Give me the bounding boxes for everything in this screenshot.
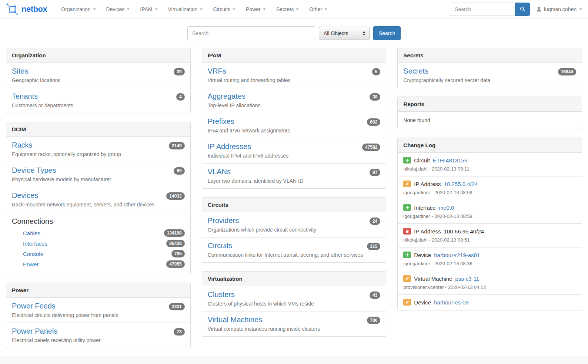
user-menu[interactable]: luqman.cohen [537, 6, 582, 12]
link-aggregates[interactable]: Aggregates [208, 92, 245, 100]
nav-item-secrets[interactable]: Secrets [271, 0, 304, 18]
nav-item-other[interactable]: Other [304, 0, 333, 18]
count-badge: 2231 [169, 303, 185, 310]
link-cables[interactable]: Cables [23, 230, 40, 236]
changelog-object-link[interactable]: harbour-r219-as01 [434, 252, 480, 258]
changelog-meta: nikolaj.dahl - 2020-02-13 08:51 [403, 237, 576, 243]
link-tenants[interactable]: Tenants [12, 92, 38, 100]
nav-item-circuits[interactable]: Circuits [208, 0, 241, 18]
link-power-feeds[interactable]: Power Feeds [12, 302, 56, 310]
count-badge: 602 [367, 118, 380, 126]
main-menu: Organization Devices IPAM Virtualization… [56, 0, 450, 18]
panel-title: Virtualization [202, 272, 386, 286]
changelog-object-link[interactable]: ETH-4813156 [433, 157, 467, 164]
list-item: 16844 Secrets Cryptographically secured … [398, 63, 582, 88]
changelog-object-link[interactable]: harbour-cs-03 [434, 299, 468, 306]
list-item: 47582 IP Addresses Individual IPv4 and I… [202, 138, 386, 163]
count-badge: 24 [370, 218, 380, 225]
link-sites[interactable]: Sites [12, 67, 28, 75]
link-power-panels[interactable]: Power Panels [12, 327, 57, 335]
changelog-entry: Device harbour-cs-03 [398, 294, 582, 310]
list-item: 38 Aggregates Top-level IP allocations [202, 88, 386, 113]
panel-title: Circuits [202, 198, 386, 212]
panel-power: Power 2231 Power Feeds Electrical circui… [6, 283, 191, 348]
username: luqman.cohen [544, 6, 577, 12]
search-input[interactable] [187, 26, 315, 40]
changelog-entry: Device harbour-r219-as01 igor.gardiner -… [398, 247, 582, 271]
link-device-types[interactable]: Device Types [12, 166, 56, 174]
search-submit-button[interactable]: Search [373, 26, 401, 40]
count-badge: 47582 [362, 144, 380, 151]
panel-title: IPAM [202, 48, 386, 63]
update-pencil-icon [403, 299, 411, 306]
list-item: 315 Circuits Communication links for Int… [202, 237, 386, 262]
search-scope-select[interactable]: All Objects [319, 27, 370, 40]
nav-item-devices[interactable]: Devices [101, 0, 135, 18]
list-item: 706 Virtual Machines Virtual compute ins… [202, 311, 386, 336]
panel-virtualization: Virtualization 43 Clusters Clusters of p… [202, 271, 387, 337]
link-secrets[interactable]: Secrets [403, 67, 428, 75]
link-interfaces[interactable]: Interfaces [23, 240, 47, 247]
panel-organization: Organization 39 Sites Geographic locatio… [6, 48, 191, 113]
connection-row: Interfaces 86438 [12, 238, 185, 249]
chevron-down-icon [579, 9, 582, 10]
create-plus-icon [403, 204, 411, 211]
list-item: 39 Sites Geographic locations [6, 63, 190, 88]
changelog-entry: Virtual Machine pss-c3-11 provisioner.vc… [398, 271, 582, 294]
link-prefixes[interactable]: Prefixes [208, 117, 234, 125]
changelog-entry: IP Address 100.66.95.40/24 nikolaj.dahl … [398, 223, 582, 247]
item-description: Virtual compute instances running inside… [208, 326, 381, 332]
navbar-search-button[interactable] [515, 3, 530, 16]
count-badge: 43 [370, 291, 380, 299]
netbox-brand[interactable]: netbox [6, 3, 47, 16]
object-type: Virtual Machine [414, 276, 452, 282]
link-vlans[interactable]: VLANs [208, 168, 231, 176]
link-racks[interactable]: Racks [12, 141, 33, 149]
list-item: 2149 Racks Equipment racks, optionally o… [6, 137, 190, 162]
chevron-down-icon [93, 9, 96, 10]
count-badge: 39 [174, 68, 184, 75]
nav-item-ipam[interactable]: IPAM [135, 0, 163, 18]
user-icon [537, 7, 541, 11]
list-item: 5 VRFs Virtual routing and forwarding ta… [202, 63, 386, 88]
link-devices[interactable]: Devices [12, 191, 38, 199]
link-providers[interactable]: Providers [208, 216, 239, 225]
brand-name: netbox [21, 4, 47, 14]
navbar-search-input[interactable] [450, 3, 515, 16]
nav-item-organization[interactable]: Organization [56, 0, 101, 18]
list-item: 65 Device Types Physical hardware models… [6, 162, 190, 187]
changelog-entry: Circuit ETH-4813156 nikolaj.dahl - 2020-… [398, 153, 582, 176]
changelog-meta: nikolaj.dahl - 2020-02-13 09:11 [403, 166, 576, 172]
chevron-down-icon [155, 9, 158, 10]
changelog-object-link[interactable]: me0.0 [439, 205, 454, 211]
panel-circuits: Circuits 24 Providers Organizations whic… [202, 197, 387, 263]
update-pencil-icon [403, 275, 411, 282]
link-clusters[interactable]: Clusters [208, 290, 235, 299]
nav-item-virtualization[interactable]: Virtualization [163, 0, 208, 18]
object-type: IP Address [414, 228, 441, 235]
panel-title: Power [6, 283, 190, 298]
changelog-object-link[interactable]: pss-c3-11 [455, 276, 479, 282]
count-badge: 14032 [166, 192, 184, 200]
chevron-down-icon [296, 9, 299, 10]
global-search-bar: All Objects Search [0, 18, 588, 48]
link-virtual-machines[interactable]: Virtual Machines [208, 316, 262, 324]
link-ip-addresses[interactable]: IP Addresses [208, 142, 251, 151]
item-description: Top-level IP allocations [208, 102, 381, 108]
nav-item-power[interactable]: Power [241, 0, 271, 18]
count-badge: 65 [174, 167, 184, 175]
list-item: 43 Clusters Clusters of physical hosts i… [202, 286, 386, 311]
item-description: IPv4 and IPv6 network assignments [208, 128, 381, 134]
chevron-down-icon [263, 9, 266, 10]
count-badge: 47055 [166, 260, 184, 268]
item-description: Geographic locations [12, 77, 185, 83]
changelog-object-link[interactable]: 10.255.0.4/24 [444, 181, 478, 187]
link-power[interactable]: Power [23, 261, 39, 267]
list-item: 14032 Devices Rack-mounted network equip… [6, 187, 190, 212]
link-vrfs[interactable]: VRFs [208, 67, 226, 75]
footer: netbox.example.lan (v2.7.7) 2020-02-13 0… [0, 357, 588, 364]
count-badge: 134198 [164, 229, 185, 237]
link-circuits[interactable]: Circuits [208, 242, 233, 250]
link-console[interactable]: Console [23, 251, 43, 257]
column-left: Organization 39 Sites Geographic locatio… [6, 48, 191, 357]
